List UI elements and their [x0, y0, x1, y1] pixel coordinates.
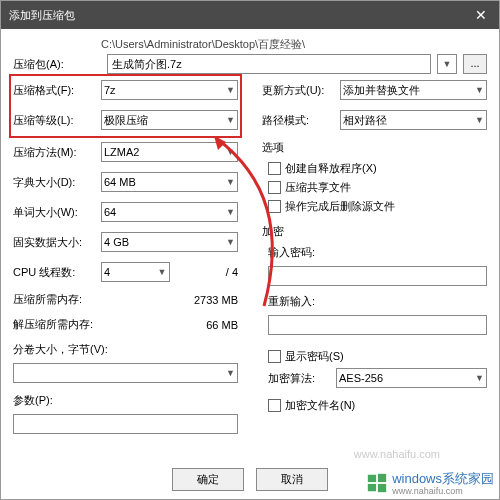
watermark-faded: www.nahaifu.com — [354, 448, 440, 460]
method-select[interactable]: LZMA2▼ — [101, 142, 238, 162]
params-input[interactable] — [13, 414, 238, 434]
close-icon[interactable]: ✕ — [471, 7, 491, 23]
pathmode-select[interactable]: 相对路径▼ — [340, 110, 487, 130]
svg-rect-2 — [378, 474, 386, 482]
update-select[interactable]: 添加并替换文件▼ — [340, 80, 487, 100]
format-select[interactable]: 7z▼ — [101, 80, 238, 100]
threads-max: / 4 — [176, 266, 239, 278]
split-select[interactable]: ▼ — [13, 363, 238, 383]
archive-dropdown[interactable]: ▼ — [437, 54, 457, 74]
encnames-checkbox[interactable]: 加密文件名(N) — [268, 398, 487, 413]
window-title: 添加到压缩包 — [9, 8, 75, 23]
update-label: 更新方式(U): — [262, 83, 334, 98]
solid-label: 固实数据大小: — [13, 235, 95, 250]
threads-label: CPU 线程数: — [13, 265, 95, 280]
threads-select[interactable]: 4▼ — [101, 262, 170, 282]
alg-select[interactable]: AES-256▼ — [336, 368, 487, 388]
titlebar: 添加到压缩包 ✕ — [1, 1, 499, 29]
sfx-checkbox[interactable]: 创建自释放程序(X) — [268, 161, 487, 176]
archive-input[interactable] — [107, 54, 431, 74]
ok-button[interactable]: 确定 — [172, 468, 244, 491]
share-checkbox[interactable]: 压缩共享文件 — [268, 180, 487, 195]
svg-rect-1 — [368, 475, 376, 482]
dict-label: 字典大小(D): — [13, 175, 95, 190]
password2-input[interactable] — [268, 315, 487, 335]
word-label: 单词大小(W): — [13, 205, 95, 220]
svg-rect-4 — [378, 484, 386, 492]
svg-rect-3 — [368, 484, 376, 491]
params-label: 参数(P): — [13, 393, 238, 408]
windows-logo-icon — [366, 472, 388, 494]
password-label: 输入密码: — [268, 245, 487, 260]
word-select[interactable]: 64▼ — [101, 202, 238, 222]
watermark: windows系统家园 www.nahaifu.com — [366, 470, 494, 496]
memd-value: 66 MB — [186, 319, 238, 331]
archive-label: 压缩包(A): — [13, 57, 101, 72]
path-display: C:\Users\Administrator\Desktop\百度经验\ — [101, 37, 487, 52]
solid-select[interactable]: 4 GB▼ — [101, 232, 238, 252]
highlight-box: 压缩格式(F): 7z▼ 压缩等级(L): 极限压缩▼ — [9, 74, 242, 138]
method-label: 压缩方法(M): — [13, 145, 95, 160]
options-title: 选项 — [262, 140, 487, 155]
split-label: 分卷大小，字节(V): — [13, 342, 238, 357]
cancel-button[interactable]: 取消 — [256, 468, 328, 491]
alg-label: 加密算法: — [268, 371, 330, 386]
pathmode-label: 路径模式: — [262, 113, 334, 128]
showpw-checkbox[interactable]: 显示密码(S) — [268, 349, 487, 364]
memc-label: 压缩所需内存: — [13, 292, 180, 307]
password2-label: 重新输入: — [268, 294, 487, 309]
browse-button[interactable]: ... — [463, 54, 487, 74]
delete-checkbox[interactable]: 操作完成后删除源文件 — [268, 199, 487, 214]
dict-select[interactable]: 64 MB▼ — [101, 172, 238, 192]
encryption-title: 加密 — [262, 224, 487, 239]
level-label: 压缩等级(L): — [13, 113, 95, 128]
memd-label: 解压缩所需内存: — [13, 317, 180, 332]
memc-value: 2733 MB — [186, 294, 238, 306]
level-select[interactable]: 极限压缩▼ — [101, 110, 238, 130]
password-input[interactable] — [268, 266, 487, 286]
format-label: 压缩格式(F): — [13, 83, 95, 98]
